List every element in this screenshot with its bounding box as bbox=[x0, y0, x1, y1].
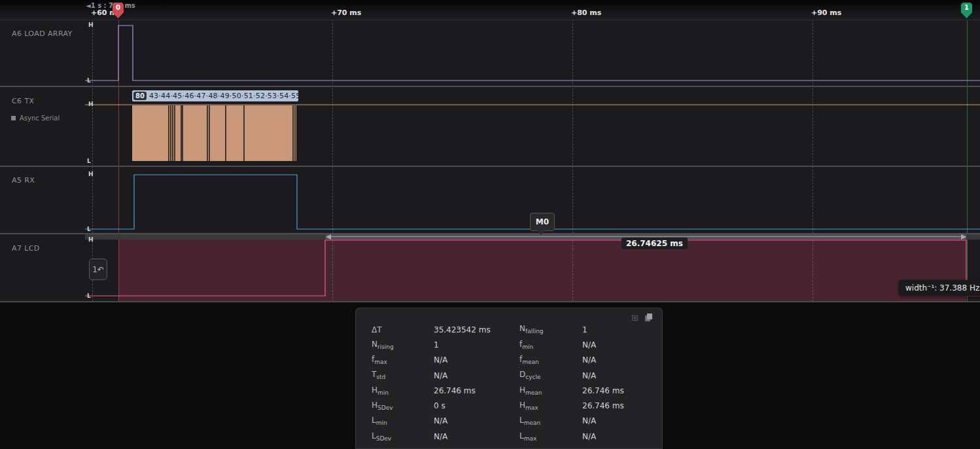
level-label-low: L bbox=[87, 158, 91, 164]
measurement-value: 26.746 ms bbox=[582, 386, 663, 395]
m0-flag-pointer bbox=[537, 230, 545, 235]
m0-label: M0 bbox=[536, 217, 549, 226]
width-measurement-label: 26.74625 ms bbox=[621, 238, 688, 249]
logic-analyzer-app: 80 43·44·45·46·47·48·49·50·51·52·53·54·5… bbox=[0, 0, 980, 449]
measurement-value: 35.423542 ms bbox=[434, 325, 519, 334]
measurement-label: Lmax bbox=[519, 431, 582, 442]
level-label-low: L bbox=[87, 226, 91, 232]
measurement-label: fmean bbox=[519, 355, 582, 365]
measurement-panel: ⊞ ΔT35.423542 msNfalling1Nrising1fminN/A… bbox=[355, 308, 663, 449]
pulse-trigger-button[interactable]: 1↶ bbox=[89, 259, 107, 280]
timeline-tick: +70 ms bbox=[331, 9, 361, 17]
measurement-label: Nfalling bbox=[519, 324, 582, 334]
level-label-low: L bbox=[87, 77, 91, 84]
row-divider bbox=[0, 166, 980, 167]
measurement-label: Hmax bbox=[519, 401, 582, 411]
measurement-label: HSDev bbox=[372, 401, 434, 411]
serial-bytes: 43·44·45·46·47·48·49·50·51·52·53·54·55·5… bbox=[149, 92, 298, 100]
measurement-rows: ΔT35.423542 msNfalling1Nrising1fminN/Afm… bbox=[372, 322, 663, 444]
measurement-value: N/A bbox=[582, 416, 663, 425]
row-divider bbox=[0, 301, 980, 302]
measurement-value: N/A bbox=[434, 432, 519, 441]
channel-label[interactable]: A5 RX bbox=[12, 176, 35, 185]
measurement-label: ΔT bbox=[372, 325, 434, 334]
level-label-high: H bbox=[88, 22, 94, 28]
measurement-value: N/A bbox=[434, 355, 519, 365]
channel-label[interactable]: A7 LCD bbox=[12, 244, 40, 253]
serial-annotation-strip[interactable]: 80 43·44·45·46·47·48·49·50·51·52·53·54·5… bbox=[132, 90, 298, 101]
measurement-value: 0 s bbox=[434, 401, 519, 410]
measurement-label: Tstd bbox=[372, 370, 434, 380]
measurement-label: fmin bbox=[519, 340, 582, 350]
measurement-label: Nrising bbox=[372, 340, 434, 350]
analyzer-label[interactable]: Async Serial bbox=[11, 115, 60, 122]
measurement-value: N/A bbox=[434, 371, 519, 380]
analyzer-bullet-icon bbox=[11, 116, 16, 120]
timeline-tick: +90 ms bbox=[811, 9, 841, 17]
measurement-value: 26.746 ms bbox=[582, 401, 663, 410]
measurement-label: fmax bbox=[372, 355, 434, 365]
row-divider bbox=[0, 86, 980, 87]
copy-icon[interactable] bbox=[645, 314, 653, 322]
measurement-label: Lmean bbox=[519, 416, 582, 426]
timeline-tick: +80 ms bbox=[571, 9, 601, 17]
width-frequency-tooltip: width⁻¹: 37.388 Hz bbox=[899, 280, 980, 296]
channel-label[interactable]: A6 LOAD ARRAY bbox=[12, 29, 73, 38]
measurement-value: N/A bbox=[582, 340, 663, 350]
row-divider bbox=[0, 233, 980, 234]
pulse-trigger-icon: 1↶ bbox=[92, 265, 104, 274]
waveform-traces bbox=[0, 0, 980, 302]
measurement-value: 26.746 ms bbox=[434, 386, 519, 395]
measurement-label: Dcycle bbox=[519, 370, 582, 380]
measurement-label: Lmin bbox=[372, 416, 434, 426]
level-label-low: L bbox=[87, 293, 91, 299]
measurement-value: N/A bbox=[434, 416, 519, 425]
measurement-label: Hmin bbox=[372, 386, 434, 396]
channel-label[interactable]: C6 TX bbox=[12, 97, 34, 105]
measurement-label: LSDev bbox=[372, 431, 434, 442]
m0-marker-flag[interactable]: M0 bbox=[530, 213, 555, 231]
measurement-value: 1 bbox=[582, 325, 663, 334]
measurement-value: N/A bbox=[582, 371, 663, 380]
measurement-value: 1 bbox=[434, 340, 519, 350]
measurement-value: N/A bbox=[582, 355, 663, 365]
measurement-label: Hmean bbox=[519, 386, 582, 396]
level-label-high: H bbox=[88, 171, 94, 177]
timeline-header[interactable]: ◄1 s : 700 ms +60 ms+70 ms+80 ms+90 ms bbox=[0, 0, 980, 20]
serial-byte-badge: 80 bbox=[133, 92, 147, 100]
panel-export-icon[interactable]: ⊞ bbox=[631, 314, 639, 322]
level-label-high: H bbox=[88, 101, 94, 107]
measurement-value: N/A bbox=[582, 432, 663, 441]
level-label-high: H bbox=[88, 236, 94, 243]
